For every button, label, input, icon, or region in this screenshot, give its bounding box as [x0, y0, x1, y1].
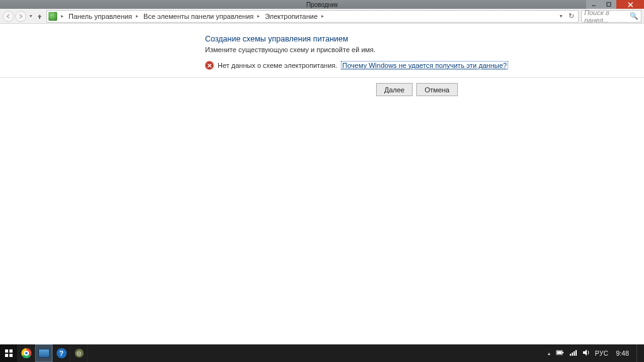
start-button[interactable] — [0, 344, 18, 362]
svg-rect-5 — [9, 349, 13, 353]
svg-rect-11 — [570, 354, 571, 356]
window-close-button[interactable] — [616, 0, 644, 9]
svg-rect-10 — [557, 351, 562, 354]
navigation-bar: ▾ ▸ Панель управления▸ Все элементы пане… — [0, 9, 644, 24]
window-titlebar: Проводник — [0, 0, 644, 9]
nav-up-button[interactable] — [35, 13, 44, 19]
svg-rect-4 — [5, 349, 8, 353]
tray-overflow-icon[interactable]: ▴ — [547, 351, 551, 355]
system-tray: ▴ РУС 9:48 — [543, 344, 644, 362]
taskbar-app-explorer[interactable] — [35, 344, 53, 362]
svg-rect-1 — [607, 3, 611, 6]
content-area: Создание схемы управления питанием Измен… — [0, 24, 644, 344]
address-dropdown-icon[interactable]: ▾ — [560, 13, 562, 19]
nav-forward-button[interactable] — [15, 11, 26, 22]
search-input[interactable]: Поиск в панел... 🔍 — [581, 10, 641, 23]
chevron-right-icon[interactable]: ▸ — [255, 13, 262, 19]
tray-power-icon[interactable] — [556, 349, 565, 357]
chrome-icon — [21, 348, 31, 358]
tray-volume-icon[interactable] — [582, 349, 590, 357]
window-maximize-button[interactable] — [601, 0, 616, 9]
error-help-link[interactable]: Почему Windows не удается получить эти д… — [341, 61, 508, 70]
svg-rect-12 — [572, 353, 573, 356]
search-icon: 🔍 — [630, 12, 638, 20]
page-subheading: Измените существующую схему и присвойте … — [205, 46, 644, 53]
taskbar-app-settings[interactable]: ⚙ — [70, 344, 88, 362]
svg-rect-9 — [562, 352, 564, 353]
svg-rect-6 — [5, 354, 8, 357]
nav-back-button[interactable] — [3, 11, 14, 22]
help-icon: ? — [57, 348, 67, 358]
nav-history-dropdown[interactable]: ▾ — [28, 13, 34, 19]
error-icon: ✕ — [205, 61, 214, 70]
tray-language[interactable]: РУС — [595, 350, 609, 357]
chevron-right-icon[interactable]: ▸ — [133, 13, 141, 19]
page-heading: Создание схемы управления питанием — [205, 30, 644, 43]
search-placeholder: Поиск в панел... — [584, 9, 630, 24]
tray-clock[interactable]: 9:48 — [614, 349, 631, 357]
refresh-button[interactable]: ↻ — [566, 12, 577, 20]
svg-rect-14 — [575, 350, 577, 356]
desktop-icon — [38, 349, 50, 358]
windows-logo-icon — [4, 349, 13, 358]
svg-rect-7 — [9, 354, 13, 357]
address-bar[interactable]: ▸ Панель управления▸ Все элементы панели… — [47, 10, 579, 23]
svg-rect-13 — [574, 351, 575, 356]
breadcrumb-item[interactable]: Все элементы панели управления — [142, 12, 255, 21]
breadcrumb-item[interactable]: Электропитание — [264, 12, 319, 21]
taskbar-app-help[interactable]: ? — [53, 344, 70, 362]
window-title: Проводник — [306, 1, 338, 8]
window-minimize-button[interactable] — [586, 0, 601, 9]
chevron-right-icon[interactable]: ▸ — [58, 13, 66, 19]
control-panel-icon — [48, 12, 57, 21]
chevron-right-icon[interactable]: ▸ — [319, 13, 326, 19]
cancel-button[interactable]: Отмена — [416, 83, 457, 96]
breadcrumb-item[interactable]: Панель управления — [67, 12, 133, 21]
gear-icon: ⚙ — [75, 349, 84, 358]
taskbar: ? ⚙ ▴ РУС 9:48 — [0, 344, 644, 362]
next-button[interactable]: Далее — [376, 83, 413, 96]
show-desktop-button[interactable] — [636, 344, 640, 362]
tray-network-icon[interactable] — [570, 349, 577, 357]
error-text: Нет данных о схеме электропитания. — [218, 62, 337, 69]
taskbar-app-chrome[interactable] — [18, 344, 35, 362]
